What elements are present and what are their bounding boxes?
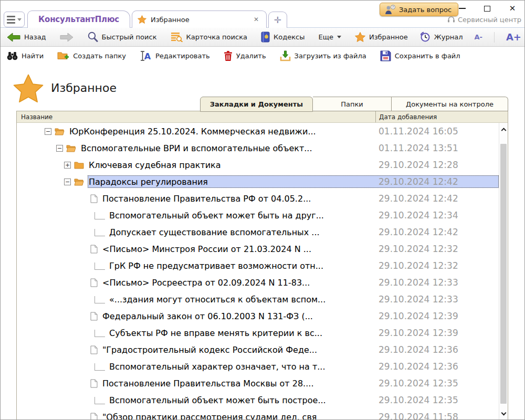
scrollbar-thumb[interactable] [500, 144, 507, 404]
tree-row-folder[interactable]: −Вспомогательные ВРИ и вспомогательные о… [17, 140, 499, 156]
tree-item-label: ГрК РФ не предусматривает возможности от… [108, 261, 375, 271]
tree-row-content[interactable]: Вспомогательные ВРИ и вспомогательные об… [80, 142, 499, 154]
list-header: Название Дата добавления [17, 111, 508, 123]
tree-row-document[interactable]: <Письмо> Росреестра от 02.09.2024 N 11-8… [17, 274, 499, 291]
tree-row-content[interactable]: Вспомогательный объект может быть на дру… [108, 209, 499, 222]
journal-button[interactable]: Журнал [419, 32, 463, 43]
tree-row-folder[interactable]: +Ключевая судебная практика29.10.2024 12… [17, 156, 499, 173]
close-button[interactable]: ✕ [505, 3, 520, 14]
collapse-icon[interactable]: − [45, 128, 51, 135]
tree-row-lead [17, 295, 108, 303]
expand-icon[interactable]: + [64, 162, 71, 169]
document-icon [90, 379, 98, 388]
tree-row-content[interactable]: «...здания могут относиться к объектам в… [108, 293, 499, 306]
tree-row-lead: − [17, 178, 88, 186]
font-increase-button[interactable]: А+ [506, 32, 521, 43]
tree-row-content[interactable]: Допускает существование вспомогательных … [108, 226, 499, 238]
tab-folders[interactable]: Папки [313, 97, 392, 111]
tree-row-content[interactable]: Вспомогательный характер означает, что н… [108, 360, 499, 373]
svg-text:?: ? [392, 5, 394, 9]
quick-search-button[interactable]: Быстрый поиск [87, 32, 157, 43]
back-button[interactable]: Назад [7, 33, 46, 42]
new-tab-button[interactable]: ✛ [268, 12, 287, 28]
export-button[interactable]: Сохранить в файл [380, 50, 460, 61]
tree-row-document[interactable]: Федеральный закон от 06.10.2003 N 131-ФЗ… [17, 308, 499, 324]
tree-row-bookmark[interactable]: Вспомогательный характер означает, что н… [17, 358, 499, 375]
tree-row-content[interactable]: "Обзор практики рассмотрения судами дел,… [101, 411, 499, 419]
app-window: КонсультантПлюс Избранное ✕ ✛ ? Задать в… [0, 0, 525, 420]
tree-row-content[interactable]: Вспомогательный объект может быть постро… [108, 394, 499, 406]
close-tab-icon[interactable]: ✕ [251, 16, 261, 23]
tree-row-content[interactable]: Парадоксы регулирования29.10.2024 12:42 [88, 175, 499, 188]
maximize-button[interactable] [479, 3, 495, 14]
tree-row-bookmark[interactable]: Допускает существование вспомогательных … [17, 224, 499, 240]
closed-folder-icon [74, 161, 84, 169]
edit-button[interactable]: A Редактировать [140, 50, 210, 61]
tab-favorites[interactable]: Избранное ✕ [132, 10, 267, 28]
tree-row-folder[interactable]: −ЮрКонференция 25.10.2024. Коммерческая … [17, 123, 499, 140]
import-button[interactable]: Загрузить из файла [280, 50, 366, 61]
logo-tab[interactable]: КонсультантПлюс [27, 10, 130, 28]
tree-row-bookmark[interactable]: Субъекты РФ не вправе менять критерии к … [17, 324, 499, 341]
tree-row-content[interactable]: <Письмо> Росреестра от 02.09.2024 N 11-8… [101, 276, 499, 289]
tree-row-lead [17, 362, 108, 371]
tree-row-document[interactable]: "Обзор практики рассмотрения судами дел,… [17, 408, 499, 419]
tree-item-date: 29.10.2024 12:33 [375, 294, 499, 304]
tree-row-document[interactable]: Постановление Правительства РФ от 04.05.… [17, 190, 499, 207]
tree-item-label: <Письмо> Росреестра от 02.09.2024 N 11-8… [101, 278, 375, 288]
tree-row-folder[interactable]: −Парадоксы регулирования29.10.2024 12:42 [17, 173, 499, 190]
codes-button[interactable]: Кодексы [261, 32, 304, 43]
tree-item-label: "Обзор практики рассмотрения судами дел,… [101, 412, 375, 420]
create-folder-button[interactable]: Создать папку [57, 51, 126, 61]
scroll-down-button[interactable] [499, 408, 508, 417]
tab-documents-on-control[interactable]: Документы на контроле [392, 97, 508, 111]
column-header-date[interactable]: Дата добавления [375, 111, 508, 122]
tab-bookmarks-documents[interactable]: Закладки и Документы [200, 97, 313, 112]
binoculars-icon [7, 51, 18, 60]
find-button[interactable]: Найти [7, 51, 44, 60]
tree-row-bookmark[interactable]: ГрК РФ не предусматривает возможности от… [17, 257, 499, 274]
import-label: Загрузить из файла [295, 52, 366, 60]
ask-question-button[interactable]: ? Задать вопрос [380, 3, 458, 16]
search-card-button[interactable]: Карточка поиска [171, 32, 247, 42]
collapse-icon[interactable]: − [64, 178, 71, 185]
forward-button[interactable] [60, 33, 74, 42]
tree-row-content[interactable]: ГрК РФ не предусматривает возможности от… [108, 259, 499, 272]
chevron-up-icon [501, 128, 507, 133]
collapse-icon[interactable]: − [56, 145, 63, 152]
tree-row-content[interactable]: "Градостроительный кодекс Российской Фед… [101, 343, 499, 356]
tree-row-content[interactable]: Субъекты РФ не вправе менять критерии к … [108, 327, 499, 339]
tree-row-bookmark[interactable]: Вспомогательный объект может быть постро… [17, 392, 499, 408]
search-card-icon [171, 32, 183, 42]
favorites-page: Избранное Закладки и Документы Папки Док… [1, 65, 524, 419]
tree-row-content[interactable]: Федеральный закон от 06.10.2003 N 131-ФЗ… [101, 310, 499, 322]
minimize-button[interactable] [454, 3, 470, 14]
scroll-up-button[interactable] [499, 124, 508, 133]
tree-row-content[interactable]: ЮрКонференция 25.10.2024. Коммерческая н… [68, 125, 499, 138]
delete-button[interactable]: Удалить [224, 50, 266, 61]
tree-item-label: «...здания могут относиться к объектам в… [108, 295, 375, 304]
tree-item-date: 29.10.2024 12:32 [375, 244, 499, 254]
tab-favorites-label: Избранное [151, 16, 247, 24]
font-decrease-button[interactable]: А- [474, 33, 482, 41]
service-center-link[interactable]: Сервисный центр [447, 16, 521, 24]
forward-arrow-icon [60, 33, 74, 42]
tree-row-bookmark[interactable]: «...здания могут относиться к объектам в… [17, 291, 499, 308]
tree-row-bookmark[interactable]: Вспомогательный объект может быть на дру… [17, 207, 499, 224]
favorites-button[interactable]: Избранное [355, 32, 408, 42]
tree-row-document[interactable]: "Градостроительный кодекс Российской Фед… [17, 341, 499, 358]
tree-row-content[interactable]: Ключевая судебная практика29.10.2024 12:… [88, 159, 499, 171]
tree-row-content[interactable]: <Письмо> Минстроя России от 21.03.2024 N… [101, 243, 499, 255]
tree-row-content[interactable]: Постановление Правительства РФ от 04.05.… [101, 192, 499, 205]
tree-row-lead [17, 261, 108, 270]
document-icon [90, 278, 98, 287]
plus-icon: ✛ [274, 15, 281, 25]
vertical-scrollbar[interactable] [499, 123, 508, 419]
tree-row-content[interactable]: Постановление Правительства Москвы от 28… [101, 377, 499, 390]
tree-row-document[interactable]: <Письмо> Минстроя России от 21.03.2024 N… [17, 240, 499, 257]
main-menu-button[interactable] [4, 12, 25, 27]
tree-row-document[interactable]: Постановление Правительства Москвы от 28… [17, 375, 499, 392]
tree-branch-line [94, 397, 105, 404]
column-header-name[interactable]: Название [17, 111, 375, 122]
more-button[interactable]: Еще [318, 33, 341, 41]
